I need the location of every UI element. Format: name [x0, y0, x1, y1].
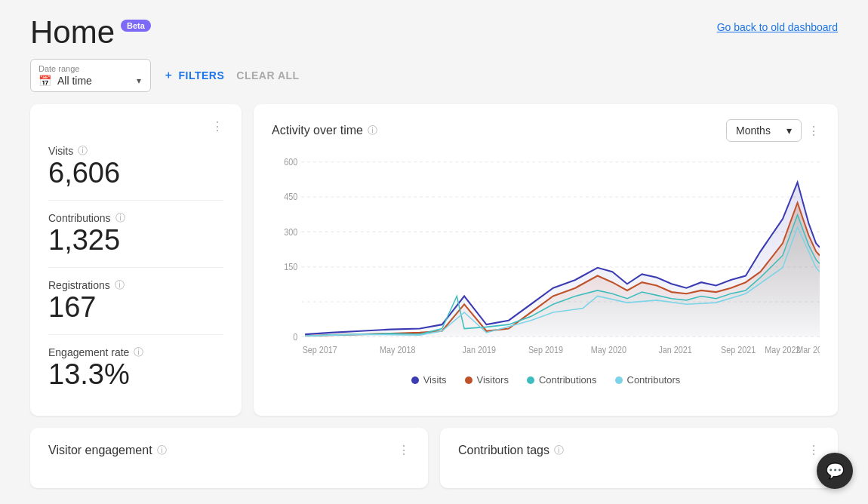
date-range-value: All time	[57, 75, 92, 87]
clear-all-button[interactable]: CLEAR ALL	[236, 69, 299, 81]
svg-text:Mar 2023: Mar 2023	[796, 346, 820, 355]
visits-label: Visits	[48, 145, 73, 157]
svg-text:Sep 2021: Sep 2021	[721, 346, 756, 355]
chart-legend: Visits Visitors Contributions Contributo…	[272, 374, 820, 386]
legend-contributors: Contributors	[615, 374, 681, 386]
visitor-engagement-menu[interactable]: ⋮	[398, 443, 410, 457]
stats-card-menu[interactable]: ⋮	[211, 119, 223, 134]
visitor-engagement-info-icon[interactable]: ⓘ	[157, 444, 167, 457]
contributions-info-icon[interactable]: ⓘ	[115, 211, 125, 225]
svg-text:300: 300	[284, 227, 297, 237]
contribution-tags-card: Contribution tags ⓘ ⋮	[440, 428, 838, 488]
chart-title: Activity over time	[272, 124, 363, 137]
svg-text:May 2022: May 2022	[765, 346, 800, 355]
calendar-icon: 📅	[38, 75, 51, 87]
engagement-info-icon[interactable]: ⓘ	[134, 346, 143, 359]
legend-contributions-dot	[527, 376, 534, 384]
activity-chart-card: Activity over time ⓘ Months ▾ ⋮	[254, 104, 838, 416]
svg-text:Jan 2019: Jan 2019	[462, 346, 495, 355]
contributions-stat: Contributions ⓘ 1,325	[48, 201, 223, 268]
chart-card-menu[interactable]: ⋮	[808, 124, 820, 138]
visitor-engagement-card: Visitor engagement ⓘ ⋮	[30, 428, 428, 488]
chart-svg: 600 450 300 150 0	[272, 154, 820, 365]
contributions-value: 1,325	[48, 225, 223, 257]
visits-value: 6,606	[48, 158, 223, 189]
chevron-down-icon: ▾	[137, 75, 141, 86]
svg-text:Sep 2019: Sep 2019	[528, 346, 563, 355]
stats-card: ⋮ Visits ⓘ 6,606 Contributions ⓘ 1,325 R…	[30, 104, 242, 416]
months-select[interactable]: Months ▾	[726, 119, 802, 142]
legend-contributions-label: Contributions	[539, 374, 597, 386]
plus-icon: ＋	[163, 69, 174, 82]
page-title: Home	[30, 15, 115, 50]
date-range-select[interactable]: Date range 📅 All time ▾	[30, 59, 151, 92]
filters-button[interactable]: ＋ FILTERS	[163, 69, 224, 82]
svg-text:600: 600	[284, 158, 297, 167]
registrations-stat: Registrations ⓘ 167	[48, 268, 223, 335]
go-back-link[interactable]: Go back to old dashboard	[717, 15, 838, 33]
svg-text:May 2020: May 2020	[591, 346, 626, 355]
svg-text:150: 150	[284, 263, 297, 272]
legend-contributions: Contributions	[527, 374, 597, 386]
contributions-label: Contributions	[48, 212, 111, 224]
visits-info-icon[interactable]: ⓘ	[78, 144, 88, 158]
svg-text:Sep 2017: Sep 2017	[303, 346, 337, 355]
contribution-tags-title: Contribution tags	[458, 444, 549, 457]
legend-contributors-dot	[615, 376, 623, 384]
contribution-tags-info-icon[interactable]: ⓘ	[554, 444, 564, 457]
registrations-value: 167	[48, 292, 223, 324]
registrations-info-icon[interactable]: ⓘ	[115, 278, 125, 292]
legend-contributors-label: Contributors	[627, 374, 681, 386]
chat-bubble-button[interactable]: 💬	[817, 453, 853, 489]
svg-text:450: 450	[284, 192, 297, 202]
months-chevron-icon: ▾	[786, 124, 792, 137]
chart-area: 600 450 300 150 0	[272, 154, 820, 365]
beta-badge: Beta	[121, 20, 151, 32]
legend-visitors: Visitors	[465, 374, 509, 386]
visits-stat: Visits ⓘ 6,606	[48, 134, 223, 201]
chat-icon: 💬	[826, 462, 845, 480]
filters-label: FILTERS	[179, 69, 225, 81]
legend-visits: Visits	[411, 374, 447, 386]
svg-text:0: 0	[293, 332, 297, 342]
svg-text:Jan 2021: Jan 2021	[658, 346, 691, 355]
engagement-label: Engagement rate	[48, 346, 129, 358]
date-range-label: Date range	[38, 64, 141, 73]
legend-visitors-label: Visitors	[477, 374, 509, 386]
engagement-stat: Engagement rate ⓘ 13.3%	[48, 335, 223, 401]
legend-visits-label: Visits	[423, 374, 447, 386]
registrations-label: Registrations	[48, 279, 110, 291]
visitor-engagement-title: Visitor engagement	[48, 444, 152, 457]
legend-visits-dot	[411, 376, 419, 384]
svg-text:May 2018: May 2018	[380, 346, 415, 355]
engagement-value: 13.3%	[48, 359, 223, 391]
chart-info-icon[interactable]: ⓘ	[368, 124, 377, 137]
months-label: Months	[736, 124, 771, 137]
contribution-tags-menu[interactable]: ⋮	[808, 443, 820, 457]
legend-visitors-dot	[465, 376, 472, 384]
